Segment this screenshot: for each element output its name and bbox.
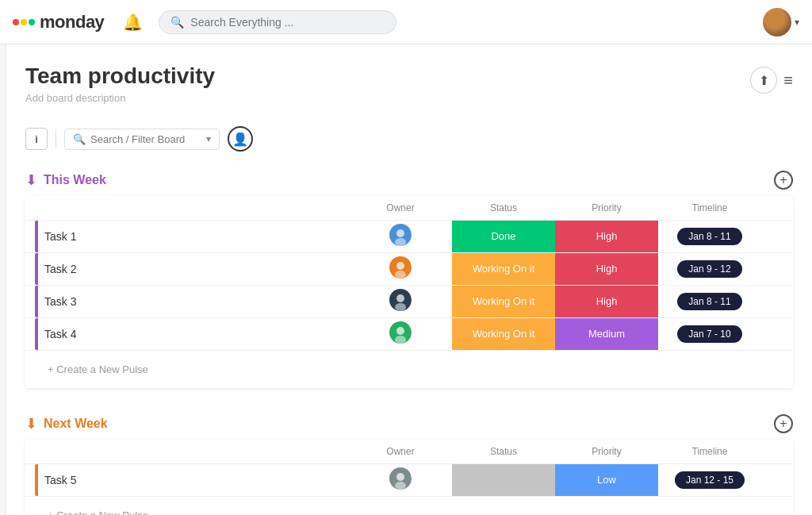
status-badge: Working On it: [452, 318, 555, 350]
priority-cell-task-3[interactable]: High: [555, 286, 658, 318]
task-name-cell-task-3: Task 3: [25, 286, 349, 318]
avatar[interactable]: [389, 289, 412, 311]
timeline-badge: Jan 9 - 12: [677, 260, 741, 278]
filter-input[interactable]: [90, 133, 201, 145]
timeline-cell-task-3[interactable]: Jan 8 - 11: [658, 286, 761, 318]
main-content: Team productivity Add board description …: [6, 44, 812, 515]
status-cell-task-3[interactable]: Working On it: [452, 286, 555, 318]
avatar[interactable]: [389, 321, 412, 344]
add-column-cell: [761, 221, 793, 253]
owner-cell-task-3: [349, 286, 452, 318]
owner-cell-task-5: [349, 464, 452, 497]
logo: monday: [13, 12, 104, 33]
svg-point-7: [395, 336, 406, 344]
col-header-owner: Owner: [349, 440, 452, 464]
col-header-task: [25, 196, 349, 221]
col-header-status: Status: [452, 440, 555, 464]
col-header-task: [25, 440, 349, 464]
add-group-item-button[interactable]: +: [774, 414, 793, 433]
person-filter-button[interactable]: 👤: [228, 126, 253, 152]
create-pulse-row[interactable]: + Create a New Pulse: [25, 351, 793, 389]
timeline-badge: Jan 8 - 11: [677, 293, 741, 310]
add-group-item-button[interactable]: +: [774, 171, 793, 190]
search-bar: 🔍: [159, 10, 396, 34]
timeline-cell-task-1[interactable]: Jan 8 - 11: [658, 221, 761, 253]
menu-button[interactable]: ≡: [783, 71, 793, 90]
priority-badge: High: [555, 221, 658, 252]
board-toolbar: i 🔍 ▾ 👤: [25, 126, 793, 152]
logo-dot-green: [29, 19, 35, 25]
svg-point-0: [396, 229, 404, 237]
avatar[interactable]: [389, 256, 412, 279]
groups-container: ⬇This Week+OwnerStatusPriorityTimelineTa…: [25, 171, 793, 515]
group-title-next-week[interactable]: Next Week: [44, 417, 108, 431]
task-stripe: [35, 464, 38, 496]
create-pulse-button[interactable]: + Create a New Pulse: [35, 503, 783, 515]
timeline-cell-task-5[interactable]: Jan 12 - 15: [658, 464, 761, 497]
chevron-down-icon[interactable]: ▾: [795, 17, 799, 28]
task-name-cell-task-2: Task 2: [25, 253, 349, 286]
status-cell-task-4[interactable]: Working On it: [452, 318, 555, 351]
priority-badge: High: [555, 286, 658, 317]
board-header: Team productivity Add board description: [25, 63, 215, 120]
col-header-status: Status: [452, 196, 555, 221]
task-table-this-week: OwnerStatusPriorityTimelineTask 1 DoneHi…: [25, 196, 793, 389]
priority-cell-task-1[interactable]: High: [555, 221, 658, 253]
task-name-text[interactable]: Task 5: [44, 474, 76, 486]
create-pulse-button[interactable]: + Create a New Pulse: [35, 357, 783, 382]
logo-dots: [13, 19, 35, 25]
task-table-next-week: OwnerStatusPriorityTimelineTask 5 LowJan…: [25, 440, 793, 515]
search-icon: 🔍: [170, 16, 184, 29]
task-name-text[interactable]: Task 2: [44, 263, 76, 275]
filter-bar: 🔍 ▾: [64, 129, 220, 150]
priority-cell-task-2[interactable]: High: [555, 253, 658, 286]
svg-point-8: [396, 473, 404, 481]
svg-point-4: [396, 294, 404, 302]
board-description: Add board description: [25, 92, 215, 104]
status-cell-task-5[interactable]: [452, 464, 555, 497]
avatar[interactable]: [389, 467, 412, 490]
add-column-cell: [761, 464, 793, 497]
search-input[interactable]: [190, 16, 385, 29]
svg-point-3: [395, 271, 406, 279]
create-pulse-row[interactable]: + Create a New Pulse: [25, 497, 793, 516]
notifications-button[interactable]: 🔔: [120, 10, 146, 35]
priority-cell-task-5[interactable]: Low: [555, 464, 658, 497]
group-title-this-week[interactable]: This Week: [44, 173, 106, 187]
task-name-text[interactable]: Task 3: [44, 295, 76, 308]
status-cell-task-2[interactable]: Working On it: [452, 253, 555, 286]
task-name-text[interactable]: Task 1: [44, 230, 76, 243]
group-next-week: ⬇Next Week+OwnerStatusPriorityTimelineTa…: [25, 414, 793, 515]
svg-point-1: [395, 238, 406, 246]
priority-cell-task-4[interactable]: Medium: [555, 318, 658, 351]
task-stripe: [35, 221, 38, 252]
avatar[interactable]: [389, 224, 412, 246]
main-layout: Team productivity Add board description …: [0, 44, 812, 515]
share-button[interactable]: ⬆: [750, 67, 777, 94]
group-arrow-this-week[interactable]: ⬇: [25, 171, 37, 189]
col-header-priority: Priority: [555, 440, 658, 464]
col-header-timeline: Timeline: [658, 440, 761, 464]
task-name-cell-task-5: Task 5: [25, 464, 349, 497]
add-column-cell: [761, 253, 793, 286]
table-row: Task 1 DoneHighJan 8 - 11: [25, 221, 793, 253]
group-header-next-week: ⬇Next Week+: [25, 414, 793, 433]
add-column-cell: [761, 318, 793, 351]
status-cell-task-1[interactable]: Done: [452, 221, 555, 253]
group-arrow-next-week[interactable]: ⬇: [25, 415, 37, 432]
logo-text: monday: [40, 12, 104, 33]
table-row: Task 2 Working On itHighJan 9 - 12: [25, 253, 793, 286]
task-stripe: [35, 318, 38, 350]
logo-dot-yellow: [21, 19, 27, 25]
task-name-cell-task-1: Task 1: [25, 221, 349, 253]
col-header-add: [761, 196, 793, 221]
timeline-cell-task-2[interactable]: Jan 9 - 12: [658, 253, 761, 286]
timeline-cell-task-4[interactable]: Jan 7 - 10: [658, 318, 761, 351]
group-header-this-week: ⬇This Week+: [25, 171, 793, 190]
filter-dropdown-button[interactable]: ▾: [206, 133, 211, 144]
task-name-text[interactable]: Task 4: [44, 328, 76, 340]
info-button[interactable]: i: [25, 128, 48, 150]
filter-icon: 🔍: [73, 133, 86, 145]
top-navigation: monday 🔔 🔍 ▾: [0, 0, 812, 44]
avatar[interactable]: [763, 8, 791, 37]
